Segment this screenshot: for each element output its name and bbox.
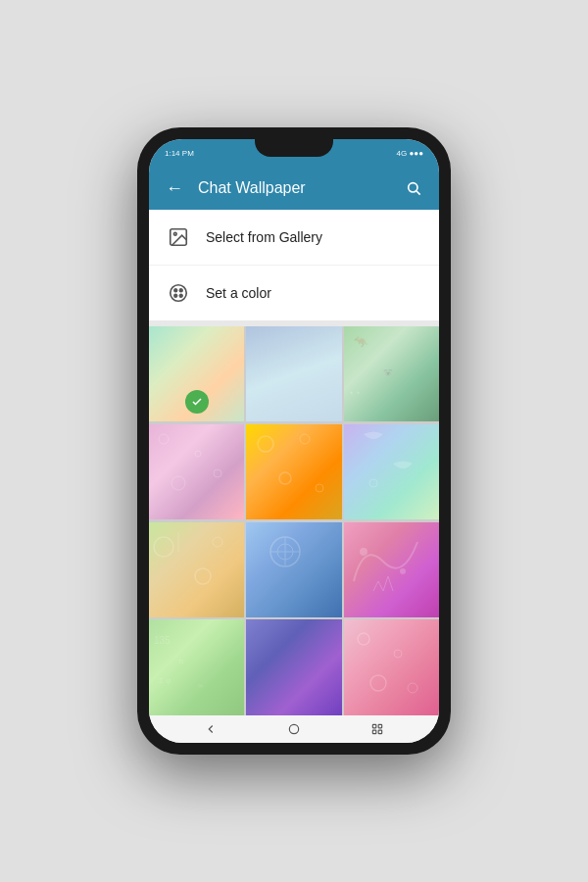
svg-point-16 [258, 436, 273, 452]
svg-point-20 [369, 479, 377, 487]
svg-point-6 [179, 289, 182, 292]
svg-text:135: 135 [154, 635, 171, 646]
svg-point-15 [214, 469, 221, 477]
svg-line-1 [416, 191, 420, 195]
wallpaper-cell-2[interactable] [246, 326, 341, 421]
gallery-menu-item[interactable]: Select from Gallery [149, 210, 439, 266]
svg-point-12 [159, 434, 169, 444]
color-label: Set a color [206, 285, 271, 301]
svg-point-29 [360, 548, 368, 556]
gallery-icon [165, 223, 192, 251]
svg-point-23 [213, 537, 222, 547]
status-signal: 4G ●●● [397, 149, 423, 158]
palette-icon [165, 279, 192, 307]
wallpaper-cell-10[interactable]: 135 π Σ φ ∞ [149, 619, 244, 714]
svg-text:π: π [178, 657, 184, 665]
wallpaper-grid: 🦘 🐨 ✦ ✦ [149, 326, 439, 715]
svg-point-3 [173, 232, 176, 235]
nav-home-button[interactable] [286, 721, 302, 737]
svg-point-14 [172, 476, 185, 490]
svg-point-8 [179, 294, 182, 297]
svg-point-37 [370, 675, 386, 691]
wallpaper-cell-7[interactable] [149, 522, 244, 617]
status-time: 1:14 PM [165, 149, 194, 158]
nav-recent-button[interactable] [369, 721, 385, 737]
notch [255, 139, 333, 157]
status-bar: 1:14 PM 4G ●●● [149, 139, 439, 167]
nav-back-button[interactable] [203, 721, 219, 737]
svg-point-19 [316, 484, 323, 492]
svg-text:🦘: 🦘 [354, 334, 368, 349]
svg-point-0 [409, 183, 417, 192]
phone-screen: 1:14 PM 4G ●●● ← Chat Wallpaper [149, 139, 439, 743]
wallpaper-cell-12[interactable] [344, 619, 439, 714]
svg-text:🐨: 🐨 [383, 368, 393, 377]
svg-point-38 [408, 683, 417, 693]
svg-point-30 [400, 568, 406, 574]
svg-point-22 [195, 568, 211, 584]
svg-point-4 [171, 285, 187, 302]
gallery-label: Select from Gallery [206, 229, 322, 245]
svg-rect-40 [373, 724, 377, 728]
svg-rect-41 [378, 724, 382, 728]
wallpaper-cell-1[interactable] [149, 326, 244, 421]
phone-shell: 1:14 PM 4G ●●● ← Chat Wallpaper [137, 127, 451, 755]
svg-point-21 [154, 537, 173, 557]
svg-point-39 [289, 724, 298, 733]
bottom-nav-bar [149, 715, 439, 743]
color-menu-item[interactable]: Set a color [149, 266, 439, 320]
svg-rect-42 [373, 730, 377, 734]
wallpaper-cell-3[interactable]: 🦘 🐨 ✦ ✦ [344, 326, 439, 421]
selected-checkmark [185, 390, 209, 414]
wallpaper-cell-8[interactable] [246, 522, 341, 617]
svg-rect-43 [378, 730, 382, 734]
svg-point-35 [358, 633, 369, 645]
app-header: ← Chat Wallpaper [149, 167, 439, 210]
svg-point-7 [174, 294, 177, 297]
svg-point-17 [300, 434, 310, 444]
menu-section: Select from Gallery Set a color [149, 210, 439, 320]
page-title: Chat Wallpaper [198, 179, 400, 197]
svg-text:∞: ∞ [198, 682, 203, 689]
svg-point-5 [174, 289, 177, 292]
svg-point-36 [394, 650, 402, 658]
wallpaper-cell-11[interactable] [246, 619, 341, 714]
svg-text:✦ ✦: ✦ ✦ [349, 390, 361, 396]
svg-point-18 [279, 472, 291, 484]
svg-point-13 [195, 451, 201, 457]
back-button[interactable]: ← [161, 174, 188, 202]
wallpaper-cell-9[interactable] [344, 522, 439, 617]
wallpaper-cell-5[interactable] [246, 424, 341, 519]
svg-text:Σ φ: Σ φ [159, 676, 171, 685]
search-button[interactable] [400, 174, 427, 202]
wallpaper-cell-6[interactable] [344, 424, 439, 519]
wallpaper-cell-4[interactable] [149, 424, 244, 519]
